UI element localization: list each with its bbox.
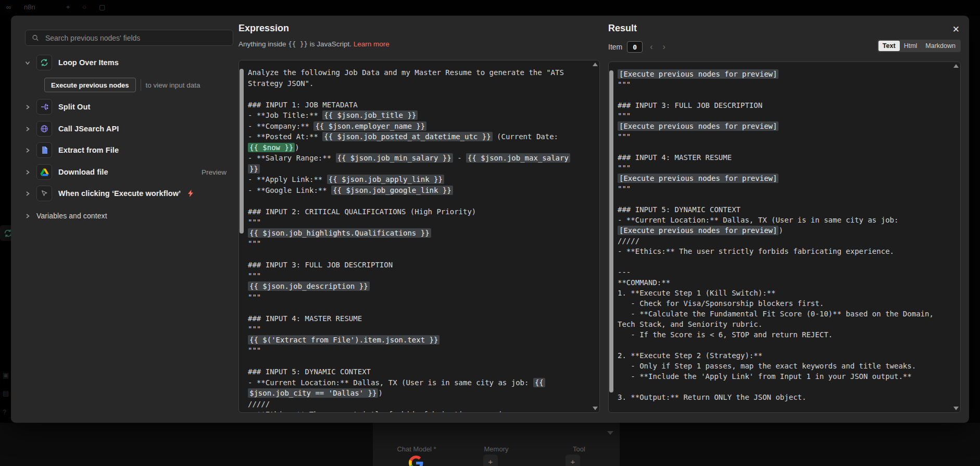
chevron-right-icon[interactable] — [25, 148, 30, 153]
browser-window-icon[interactable]: ▢ — [99, 3, 105, 11]
expression-scrollbar-down[interactable] — [593, 407, 598, 410]
search-icon — [32, 34, 39, 42]
view-mode-text[interactable]: Text — [878, 41, 900, 51]
expression-editor[interactable]: Analyze the following Job Data and my Ma… — [238, 60, 600, 413]
code-line: 1. **Execute Step 1 (Kill Switch):** — [618, 288, 953, 298]
view-mode-toggle: TextHtmlMarkdown — [877, 40, 961, 52]
add-memory-button[interactable]: + — [483, 455, 498, 466]
chevron-right-icon[interactable] — [25, 191, 30, 197]
drive-icon — [36, 164, 52, 180]
expression-subtitle: Anything inside {{ }} is JavaScript. Lea… — [238, 40, 390, 48]
code-line: """ — [248, 345, 592, 356]
result-scrollbar[interactable] — [953, 64, 959, 68]
sidebar-item-extract-from-file[interactable]: Extract from File — [25, 142, 233, 158]
result-scrollbar-thumb[interactable] — [609, 70, 613, 393]
code-line: - **Salary Range:** {{ $json.job_min_sal… — [248, 153, 592, 164]
expression-scrollbar-thumb[interactable] — [240, 69, 244, 234]
sidebar-item-label: Loop Over Items — [58, 58, 119, 67]
search-input[interactable] — [44, 33, 227, 43]
result-scrollbar-down[interactable] — [953, 407, 959, 410]
add-tool-button[interactable]: + — [566, 455, 580, 466]
code-line — [248, 356, 592, 367]
code-line: """ — [618, 79, 953, 90]
code-line — [248, 302, 592, 313]
code-line: Tech Stack, and Seniority rubric. — [618, 319, 953, 329]
sidebar-item-download-file[interactable]: Download filePreview — [25, 164, 233, 180]
scroll-up-icon[interactable] — [593, 63, 598, 66]
code-line: ///// — [618, 236, 953, 246]
code-line: --- — [618, 267, 953, 277]
sidebar-item-label: Variables and context — [36, 212, 107, 220]
templates-icon[interactable]: ▣ — [3, 371, 9, 379]
code-line: [Execute previous nodes for preview] — [618, 69, 953, 79]
code-line: - **Apply Link:** {{ $json.job_apply_lin… — [248, 174, 592, 185]
next-item-button[interactable]: › — [660, 42, 668, 52]
chevron-right-icon[interactable] — [25, 169, 30, 175]
code-line: ### INPUT 3: FULL JOB DESCRIPTION — [248, 260, 592, 271]
connector-label-chat-model: Chat Model * — [397, 445, 436, 453]
code-line — [618, 194, 953, 204]
code-line — [248, 195, 592, 206]
sidebar-item-label: Call JSearch API — [58, 125, 119, 133]
scroll-down-icon[interactable] — [593, 407, 598, 410]
learn-more-link[interactable]: Learn more — [354, 40, 390, 48]
code-line: {{ $now }}) — [248, 142, 592, 153]
sidebar-item-when-clicking-execute-workflow[interactable]: When clicking ‘Execute workflow’ — [25, 186, 233, 201]
result-viewer[interactable]: [Execute previous nodes for preview]""" … — [608, 62, 961, 413]
sidebar-item-call-jsearch-api[interactable]: Call JSearch API — [25, 121, 233, 137]
sidebar-item-label: Split Out — [58, 103, 90, 111]
prev-item-button[interactable]: ‹ — [647, 42, 655, 52]
view-mode-markdown[interactable]: Markdown — [921, 41, 960, 51]
item-index-input[interactable]: 0 — [627, 41, 643, 53]
code-line: ### INPUT 4: MASTER RESUME — [618, 152, 953, 163]
code-line: - **Google Link:** {{ $json.job_google_l… — [248, 185, 592, 196]
sidebar-item-split-out[interactable]: Split Out — [25, 99, 233, 115]
scroll-up-icon[interactable] — [953, 64, 959, 68]
code-line: """ — [618, 183, 953, 194]
chevron-down-icon[interactable] — [25, 60, 30, 66]
code-line: ///// — [248, 399, 592, 410]
code-line: {{ $json.job_description }} — [248, 281, 592, 292]
sidebar-item-loop-over-items[interactable]: Loop Over Items — [25, 55, 233, 70]
chevron-right-icon[interactable] — [25, 104, 30, 110]
divider — [141, 79, 141, 91]
sidebar-item-variables-and-context[interactable]: Variables and context — [25, 208, 233, 224]
new-tab-button[interactable]: + — [66, 3, 70, 11]
loop-icon — [36, 55, 52, 70]
docs-icon[interactable]: ▤ — [3, 389, 9, 397]
execute-hint-label: to view input data — [146, 81, 200, 89]
code-line: - **Posted At:** {{ $json.job_posted_at_… — [248, 131, 592, 142]
chevron-right-icon[interactable] — [25, 126, 30, 132]
code-line: 2. **Execute Step 2 (Strategy):** — [618, 350, 953, 361]
code-line: $json.job_city == 'Dallas' }}) — [248, 388, 592, 399]
help-icon[interactable]: ? — [3, 408, 6, 416]
globe-icon — [36, 121, 52, 137]
browser-circle-icon[interactable]: ○ — [82, 3, 86, 11]
code-line: [Execute previous nodes for preview] — [618, 121, 953, 131]
browser-tab-n8n[interactable]: n8n — [24, 3, 35, 11]
code-line: {{ $('Extract from File').item.json.text… — [248, 335, 592, 346]
view-mode-html[interactable]: Html — [900, 41, 922, 51]
code-line: [Execute previous nodes for preview] — [618, 173, 953, 183]
code-line: }} — [248, 164, 592, 175]
scroll-down-icon[interactable] — [953, 407, 959, 410]
connector-label-tool: Tool — [573, 445, 585, 453]
code-line: """ — [248, 292, 592, 303]
code-line: """ — [248, 238, 592, 249]
code-line — [248, 89, 592, 100]
code-line: """ — [248, 271, 592, 281]
canvas-left-rail: ▣ ▤ ? ⚙ — [0, 16, 11, 466]
code-line: """ — [248, 324, 592, 335]
code-line: Strategy JSON". — [248, 78, 592, 89]
execute-previous-nodes-row: Execute previous nodes to view input dat… — [44, 78, 200, 92]
google-icon[interactable] — [409, 456, 423, 466]
execute-previous-nodes-button[interactable]: Execute previous nodes — [44, 78, 136, 92]
chevron-right-icon[interactable] — [25, 213, 30, 219]
code-line: ### INPUT 5: DYNAMIC CONTEXT — [248, 366, 592, 377]
sidebar-item-label: When clicking ‘Execute workflow’ — [58, 189, 181, 198]
expression-scrollbar[interactable] — [593, 63, 598, 66]
collapse-chevron-icon[interactable] — [607, 431, 613, 435]
connector-label-memory: Memory — [484, 445, 509, 453]
search-previous-nodes-field[interactable] — [25, 30, 233, 46]
close-icon[interactable]: ✕ — [952, 25, 960, 34]
